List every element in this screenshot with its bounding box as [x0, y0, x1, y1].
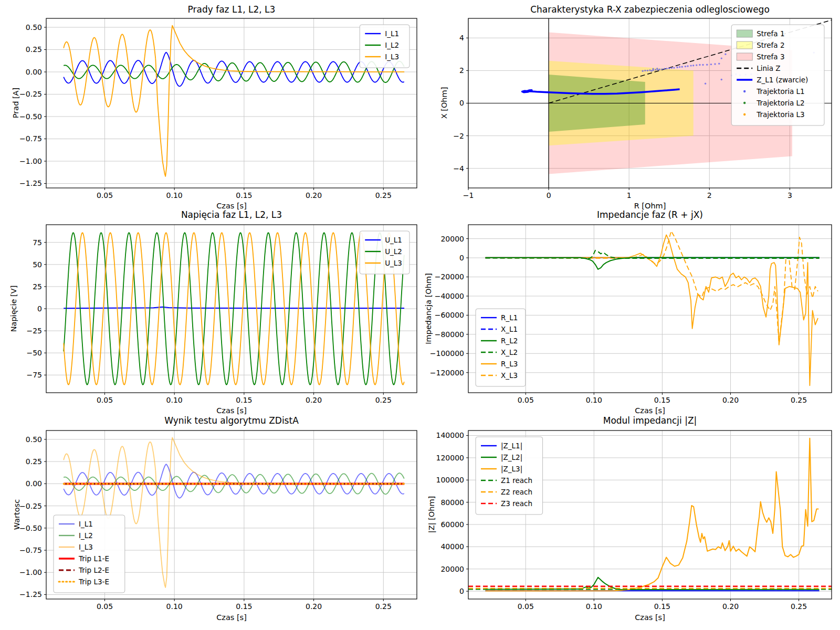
xlabel-impedancje: Czas [s]: [635, 406, 665, 415]
x-tick-label: 0.05: [97, 396, 113, 404]
legend-item-Strefa 1: Strefa 1: [737, 29, 784, 38]
legend-label: I_L2: [385, 41, 399, 49]
xlabel-rx: R [Ohm]: [634, 202, 666, 210]
legend-label: Trajektoria L2: [756, 99, 805, 107]
subplot-title-wynik: Wynik testu algorytmu ZDistA: [164, 415, 299, 426]
legend-label: Strefa 3: [757, 52, 784, 61]
y-tick-label: 100000: [436, 476, 464, 484]
xlabel-modul: Czas [s]: [635, 613, 665, 622]
x-tick-label: 0.10: [166, 602, 183, 611]
x-tick-label: 0.25: [375, 191, 392, 200]
legend-label: Trajektoria L1: [756, 87, 805, 96]
x-tick-label: 0.20: [306, 396, 322, 404]
y-tick-label: −0.75: [19, 546, 42, 554]
x-tick-label: 2: [707, 191, 712, 200]
x-tick-label: −1: [463, 191, 474, 200]
x-tick-label: 0.15: [654, 602, 670, 611]
y-tick-label: −2: [453, 132, 464, 140]
legend-label: U_L1: [385, 236, 402, 244]
legend-label: R_L2: [501, 337, 518, 345]
x-tick-label: 0.20: [306, 602, 322, 611]
x-tick-label: 0.10: [166, 396, 183, 404]
legend-label: Z1 reach: [501, 476, 532, 485]
legend-label: |Z_L3|: [501, 465, 522, 474]
legend-label: X_L3: [501, 371, 518, 380]
y-tick-label: 60000: [440, 520, 464, 529]
subplot-wynik-zdista: 0.050.100.150.200.250.500.250.00−0.25−0.…: [19, 430, 417, 611]
y-tick-label: 75: [33, 238, 42, 247]
y-tick-label: −40000: [435, 292, 464, 300]
legend-napiecia: U_L1U_L2U_L3: [360, 231, 410, 274]
y-tick-label: 40000: [440, 542, 464, 551]
legend-label: |Z_L2|: [501, 453, 522, 462]
ylabel-wynik: Wartosc: [13, 499, 21, 530]
y-tick-label: −50: [26, 349, 42, 357]
y-tick-label: 80000: [440, 498, 464, 507]
ylabel-napiecia: Napięcie [V]: [9, 286, 18, 332]
x-tick-label: 0.15: [236, 191, 252, 200]
xlabel-prady: Czas [s]: [216, 202, 247, 210]
legend-label: Linia Z: [757, 64, 780, 72]
legend-label: R_L3: [501, 360, 518, 368]
legend-label: Strefa 2: [757, 41, 784, 49]
legend-label: I_L3: [79, 543, 93, 551]
legend-label: I_L2: [79, 531, 93, 540]
x-tick-label: 0.05: [97, 602, 113, 611]
y-tick-label: −60000: [435, 311, 464, 319]
y-tick-label: −25: [26, 327, 42, 335]
y-tick-label: −75: [26, 371, 42, 379]
y-tick-label: 25: [33, 282, 42, 291]
subplot-title-impedancje: Impedancje faz (R + jX): [597, 209, 703, 220]
ylabel-impedancje: Impedancja [Ohm]: [424, 273, 433, 344]
subplot-title-prady: Prady faz L1, L2, L3: [188, 4, 276, 15]
legend-marker: [743, 90, 746, 92]
subplot-napiecia: 0.050.100.150.200.257550250−25−50−75U_L1…: [26, 225, 417, 404]
y-tick-label: −0.25: [19, 502, 42, 510]
legend-label: Trip L1-E: [78, 554, 109, 563]
legend-label: X_L2: [501, 348, 518, 356]
legend-swatch: [737, 30, 752, 37]
legend-marker: [743, 113, 746, 116]
legend-label: X_L1: [501, 325, 518, 333]
legend-label: Z3 reach: [501, 499, 532, 508]
y-tick-label: −120000: [430, 369, 464, 377]
x-tick-label: 0.20: [722, 602, 739, 611]
x-tick-label: 0.05: [97, 191, 113, 200]
y-tick-label: 0: [459, 254, 464, 262]
x-tick-label: 0.25: [375, 602, 392, 611]
x-tick-label: 0: [547, 191, 551, 200]
x-tick-label: 0.20: [722, 396, 739, 404]
x-tick-label: 0.15: [236, 602, 252, 611]
legend-label: R_L1: [501, 313, 518, 322]
legend-impedancje: R_L1X_L1R_L2X_L2R_L3X_L3: [476, 309, 526, 386]
legend-label: U_L2: [385, 247, 402, 256]
y-tick-label: −80000: [435, 330, 464, 339]
x-tick-label: 0.05: [518, 602, 534, 611]
x-tick-label: 0.25: [791, 602, 807, 611]
x-tick-label: 0.10: [586, 602, 602, 611]
subplot-charakterystyka-rx: −10123420−2−4Strefa 1Strefa 2Strefa 3Lin…: [453, 18, 832, 200]
y-tick-label: −100000: [430, 349, 464, 358]
y-tick-label: 0: [37, 304, 42, 313]
x-tick-label: 0.25: [375, 396, 392, 404]
legend-label: Trip L3-E: [78, 578, 109, 586]
subplot-title-rx: Charakterystyka R-X zabezpieczenia odleg…: [530, 4, 770, 15]
legend-wynik-zdista: I_L1I_L2I_L3Trip L1-ETrip L2-ETrip L3-E: [54, 515, 125, 593]
y-tick-label: −0.50: [19, 112, 42, 121]
xlabel-napiecia: Czas [s]: [216, 406, 247, 415]
x-tick-label: 3: [788, 191, 792, 200]
y-tick-label: −0.25: [19, 90, 42, 98]
y-tick-label: 120000: [436, 454, 464, 462]
legend-swatch: [737, 41, 752, 49]
subplot-title-napiecia: Napięcia faz L1, L2, L3: [181, 209, 282, 220]
y-tick-label: −1.00: [19, 157, 42, 165]
legend-item-Strefa 3: Strefa 3: [737, 52, 784, 61]
y-tick-label: 20000: [440, 565, 464, 573]
y-tick-label: 0: [459, 587, 464, 595]
figure-canvas: 0.050.100.150.200.250.500.250.00−0.25−0.…: [0, 0, 840, 630]
subplot-modul-impedancji: 0.050.100.150.200.2514000012000010000080…: [436, 430, 832, 611]
y-tick-label: 0: [459, 99, 464, 107]
y-tick-label: −0.75: [19, 134, 42, 143]
y-tick-label: 0.25: [26, 457, 42, 466]
x-tick-label: 1: [627, 191, 632, 200]
